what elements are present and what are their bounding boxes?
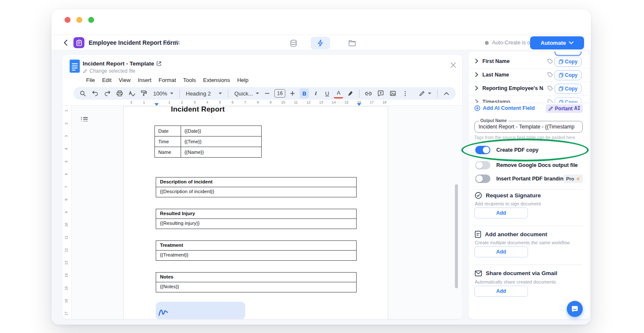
back-button[interactable] — [62, 38, 70, 47]
docs-scrollbar[interactable] — [455, 184, 458, 288]
workflow-tab-active[interactable] — [311, 37, 330, 49]
field-label: Reporting Employee's Na... — [482, 85, 544, 91]
menu-tools[interactable]: Tools — [183, 77, 196, 83]
add-gmail-share-button[interactable]: Add — [474, 286, 528, 297]
search-icon[interactable] — [78, 88, 88, 98]
section-title: Resulted Injury — [156, 209, 357, 219]
chat-widget-button[interactable] — [567, 301, 583, 317]
automate-label: Automate — [541, 40, 566, 46]
workflow-sidebar: First Name Copy Last Name Copy Reporting… — [468, 52, 590, 319]
more-options-icon[interactable]: ⋮ — [400, 88, 410, 98]
section-title: Notes — [156, 272, 357, 282]
copy-icon — [559, 100, 563, 103]
menu-help[interactable]: Help — [237, 77, 249, 83]
spellcheck-icon[interactable] — [127, 88, 137, 98]
google-docs-file-icon — [70, 60, 80, 73]
divider — [474, 189, 583, 190]
insert-branding-toggle[interactable] — [475, 175, 490, 183]
tag-icon[interactable] — [547, 72, 553, 78]
remove-gdocs-toggle[interactable] — [475, 161, 490, 169]
menu-edit[interactable]: Edit — [102, 77, 111, 83]
field-row-first-name[interactable]: First Name Copy — [468, 55, 590, 68]
close-icon[interactable] — [450, 62, 458, 70]
add-signature-button[interactable]: Add — [474, 207, 528, 218]
chevron-right-icon[interactable] — [475, 86, 478, 90]
redo-icon[interactable] — [102, 88, 112, 98]
selected-file-name: Incident Report - Template — [83, 60, 154, 67]
chat-icon — [571, 305, 579, 313]
paragraph-style-select[interactable]: Heading 2 — [184, 90, 224, 97]
tag-icon[interactable] — [547, 85, 553, 92]
automate-button[interactable]: Automate — [530, 36, 584, 49]
copy-button[interactable]: Copy — [555, 97, 582, 103]
text-color-button[interactable]: A — [334, 88, 343, 98]
toggle-row-remove-gdoc: Remove Google Docs output file — [475, 161, 583, 170]
zoom-window-button[interactable] — [88, 17, 94, 23]
undo-icon[interactable] — [90, 88, 100, 98]
print-icon[interactable] — [114, 88, 124, 98]
add-document-button[interactable]: Add — [474, 246, 528, 257]
change-selected-file-link[interactable]: Change selected file — [83, 68, 135, 74]
toolbar-divider — [228, 90, 228, 98]
toggle-row-create-pdf: Create PDF copy — [475, 145, 583, 155]
menu-insert[interactable]: Insert — [138, 77, 152, 83]
outputs-folder-tab[interactable] — [343, 37, 362, 49]
chevron-down-icon — [170, 93, 173, 94]
section-value: {{Notes}} — [156, 282, 357, 292]
paint-format-icon[interactable] — [139, 88, 149, 98]
hide-menus-icon[interactable] — [441, 88, 452, 98]
portant-ai-suffix: AI — [574, 106, 580, 112]
field-row-reporting-employee[interactable]: Reporting Employee's Na... Copy — [468, 82, 590, 96]
editing-mode-select[interactable] — [417, 90, 433, 96]
insert-link-icon[interactable] — [363, 88, 373, 98]
incident-meta-table: Date{{Date}} Time{{Time}} Name{{Name}} — [154, 126, 262, 158]
highlight-color-icon[interactable] — [345, 88, 355, 98]
field-row-clipped[interactable]: Timestamp Copy — [468, 96, 590, 103]
menu-format[interactable]: Format — [159, 77, 176, 83]
bold-button[interactable]: B — [300, 88, 309, 98]
chevron-right-icon[interactable] — [475, 59, 478, 63]
style-value: Heading 2 — [186, 90, 211, 97]
selected-file-title[interactable]: Incident Report - Template — [83, 60, 161, 67]
menu-view[interactable]: View — [119, 77, 130, 83]
field-row-last-name[interactable]: Last Name Copy — [468, 68, 590, 82]
italic-button[interactable]: I — [311, 88, 320, 98]
add-ai-content-field-button[interactable]: Add AI Content Field — [474, 105, 535, 111]
font-select[interactable]: Quick... — [232, 90, 260, 97]
portant-ai-badge[interactable]: Portant AI — [546, 104, 583, 113]
minimize-window-button[interactable] — [76, 17, 82, 23]
copy-button[interactable]: Copy — [555, 70, 582, 80]
output-name-field[interactable]: Output Name Incident Report - Template -… — [474, 121, 583, 133]
vertical-ruler-numbers: 1234567891011121314151617 — [62, 104, 70, 319]
signature-squiggle-icon — [158, 306, 175, 317]
section-title: Share document via Gmail — [486, 270, 557, 276]
create-pdf-toggle[interactable] — [475, 146, 490, 154]
change-file-label: Change selected file — [89, 68, 135, 74]
rename-pencil-icon[interactable] — [165, 39, 171, 46]
decrease-font-icon[interactable] — [262, 88, 272, 98]
document-outline-icon[interactable] — [81, 117, 88, 123]
font-size-input[interactable]: 16 — [274, 89, 285, 98]
team-members-icon[interactable] — [174, 39, 181, 46]
zoom-select[interactable]: 100% — [151, 90, 176, 97]
copy-button[interactable]: Copy — [555, 84, 582, 94]
copy-button[interactable]: Copy — [555, 57, 582, 67]
menu-extensions[interactable]: Extensions — [203, 77, 230, 83]
source-data-tab[interactable] — [284, 37, 303, 49]
zoom-value: 100% — [153, 90, 167, 97]
field-row-partial[interactable]: Timestamp Copy — [468, 96, 590, 103]
add-comment-icon[interactable] — [376, 88, 386, 98]
signature-placeholder — [156, 302, 245, 319]
output-name-value[interactable]: Incident Report - Template - {{Timestamp — [479, 124, 582, 130]
section-subtitle: Automatically share created documents — [475, 279, 556, 284]
close-window-button[interactable] — [65, 17, 70, 23]
field-label: Last Name — [482, 72, 509, 78]
increase-font-icon[interactable] — [287, 88, 298, 98]
insert-image-icon[interactable] — [388, 88, 398, 98]
plus-circle-icon — [474, 105, 480, 111]
check-circle-icon — [475, 192, 482, 199]
menu-file[interactable]: File — [86, 77, 95, 83]
underline-button[interactable]: U — [322, 88, 332, 98]
chevron-right-icon[interactable] — [475, 72, 478, 77]
tag-icon[interactable] — [547, 58, 553, 65]
